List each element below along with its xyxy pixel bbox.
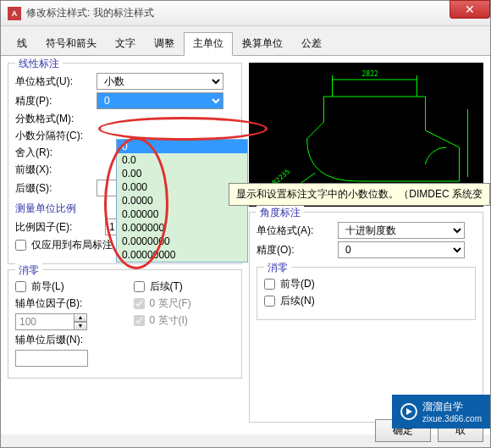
angle-leading-label: 前导(D) xyxy=(280,277,315,291)
precision-option[interactable]: 0.00000000 xyxy=(117,248,247,262)
round-label: 舍入(R): xyxy=(15,146,91,160)
precision-select[interactable]: 0 xyxy=(97,92,223,109)
angle-zero-legend: 消零 xyxy=(264,261,291,275)
unit-format-label: 单位格式(U): xyxy=(15,75,91,89)
trailing-label: 后续(T) xyxy=(150,279,183,294)
zero-legend: 消零 xyxy=(15,263,42,278)
precision-option[interactable]: 0 xyxy=(117,140,247,153)
tab-symbols-arrows[interactable]: 符号和箭头 xyxy=(36,32,106,56)
spinner-up-icon: ▲ xyxy=(74,313,87,322)
aux-factor-input xyxy=(15,313,74,330)
angle-precision-select[interactable]: 0 xyxy=(338,241,465,258)
tab-tolerance[interactable]: 公差 xyxy=(292,32,331,56)
linear-legend: 线性标注 xyxy=(15,57,63,71)
fraction-format-label: 分数格式(M): xyxy=(15,112,91,126)
scale-factor-label: 比例因子(E): xyxy=(15,220,100,235)
precision-option[interactable]: 0.0 xyxy=(117,153,247,167)
aux-factor-spinner: ▲▼ xyxy=(15,313,87,330)
angle-leading-checkbox[interactable] xyxy=(264,279,275,290)
layout-only-label: 仅应用到布局标注 xyxy=(31,238,113,252)
aux-suffix-input xyxy=(15,350,88,367)
angle-precision-label: 精度(O): xyxy=(257,243,333,257)
zero-inches-label: 0 英寸(I) xyxy=(150,313,188,328)
dim-horizontal-text: 2822 xyxy=(362,70,378,78)
leading-label: 前导(L) xyxy=(31,279,64,294)
tab-alt-units[interactable]: 换算单位 xyxy=(233,32,292,56)
play-icon xyxy=(400,403,417,420)
zero-suppress-group: 消零 前导(L) 辅单位因子(B): ▲▼ 辅单位后缀(N): xyxy=(8,269,242,379)
watermark-brand: 溜溜自学 xyxy=(422,401,463,412)
zero-feet-checkbox xyxy=(134,298,145,309)
angle-legend: 角度标注 xyxy=(257,206,304,220)
decimal-sep-label: 小数分隔符(C): xyxy=(15,129,91,143)
tab-line[interactable]: 线 xyxy=(8,32,36,56)
angle-trailing-checkbox[interactable] xyxy=(264,296,275,307)
zero-inches-checkbox xyxy=(134,315,145,326)
zero-feet-label: 0 英尺(F) xyxy=(150,296,191,311)
tab-bar: 线 符号和箭头 文字 调整 主单位 换算单位 公差 xyxy=(1,26,490,56)
precision-option[interactable]: 0.0000000 xyxy=(117,235,247,248)
angle-unit-format-label: 单位格式(A): xyxy=(257,224,333,238)
layout-only-checkbox[interactable] xyxy=(15,240,26,251)
precision-option[interactable]: 0.000 xyxy=(117,180,247,194)
window-title: 修改标注样式: 我的标注样式 xyxy=(26,6,154,20)
watermark: 溜溜自学 zixue.3d66.com xyxy=(392,395,490,429)
scale-legend: 测量单位比例 xyxy=(15,202,76,214)
spinner-down-icon: ▼ xyxy=(74,322,87,330)
titlebar: A 修改标注样式: 我的标注样式 ✕ xyxy=(1,1,490,26)
precision-tooltip: 显示和设置标注文字中的小数位数。（DIMDEC 系统变 xyxy=(229,183,490,206)
tab-text[interactable]: 文字 xyxy=(106,32,145,56)
prefix-label: 前缀(X): xyxy=(15,163,91,177)
suffix-label: 后缀(S): xyxy=(15,181,91,196)
precision-option[interactable]: 0.00000 xyxy=(117,207,247,221)
app-icon: A xyxy=(8,7,21,20)
tab-primary-units[interactable]: 主单位 xyxy=(184,32,233,56)
aux-factor-label: 辅单位因子(B): xyxy=(15,296,117,311)
precision-option[interactable]: 0.0000 xyxy=(117,194,247,207)
leading-checkbox[interactable] xyxy=(15,281,26,292)
precision-label: 精度(P): xyxy=(15,94,91,108)
aux-suffix-label: 辅单位后缀(N): xyxy=(15,333,117,347)
unit-format-select[interactable]: 小数 xyxy=(97,73,223,90)
angle-dim-group: 角度标注 单位格式(A): 十进制度数 精度(O): 0 消零 前导(D) 后续… xyxy=(249,212,483,423)
angle-unit-format-select[interactable]: 十进制度数 xyxy=(338,222,465,239)
trailing-checkbox[interactable] xyxy=(134,281,145,292)
tab-fit[interactable]: 调整 xyxy=(145,32,184,56)
close-button[interactable]: ✕ xyxy=(450,0,490,19)
precision-option[interactable]: 0.00 xyxy=(117,167,247,180)
precision-option[interactable]: 0.000000 xyxy=(117,221,247,235)
watermark-url: zixue.3d66.com xyxy=(422,414,482,423)
angle-trailing-label: 后续(N) xyxy=(280,294,315,308)
